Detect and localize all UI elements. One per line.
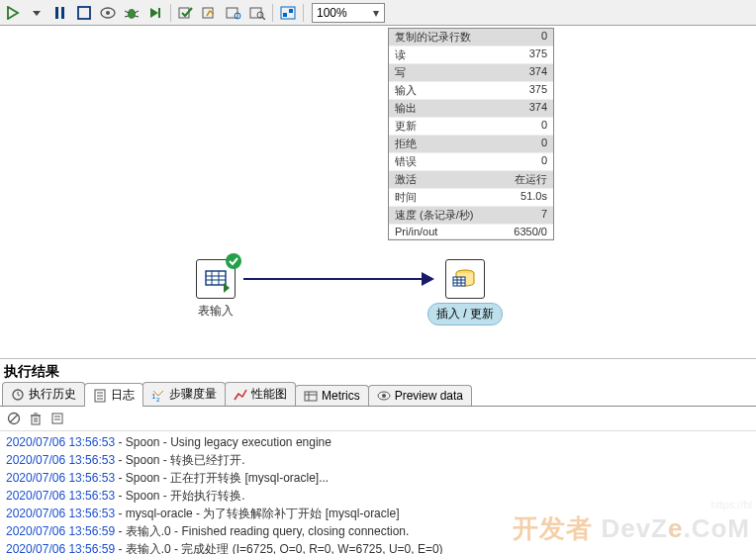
tab-label: Metrics xyxy=(322,389,360,403)
svg-point-7 xyxy=(128,9,136,19)
tab-metrics[interactable]: Metrics xyxy=(295,385,369,406)
svg-rect-22 xyxy=(283,13,287,17)
results-tabs: 执行历史 日志 12 步骤度量 性能图 Metrics Preview data xyxy=(0,383,756,407)
stats-row: 读375 xyxy=(389,46,553,64)
svg-rect-13 xyxy=(158,8,160,18)
tab-label: 步骤度量 xyxy=(169,386,217,403)
stats-key: Pri/in/out xyxy=(395,226,437,237)
log-timestamp: 2020/07/06 13:56:59 xyxy=(6,524,115,538)
zoom-input[interactable] xyxy=(313,6,368,20)
stats-row: 复制的记录行数0 xyxy=(389,29,553,46)
toolbar-separator xyxy=(170,4,171,22)
stats-key: 输入 xyxy=(395,83,417,98)
toolbar-separator xyxy=(303,4,304,22)
pause-button[interactable] xyxy=(49,2,71,24)
preview-button[interactable] xyxy=(97,2,119,24)
toolbar-separator xyxy=(272,4,273,22)
tab-history[interactable]: 执行历史 xyxy=(2,382,85,406)
results-title: 执行结果 xyxy=(0,358,756,383)
settings-icon[interactable] xyxy=(49,411,65,426)
stats-value: 7 xyxy=(541,208,547,223)
log-line: 2020/07/06 13:56:59 - 表输入.0 - 完成处理 (I=67… xyxy=(6,540,750,554)
stats-key: 复制的记录行数 xyxy=(395,30,471,45)
log-timestamp: 2020/07/06 13:56:53 xyxy=(6,471,115,485)
tab-label: 日志 xyxy=(111,387,135,404)
stats-key: 读 xyxy=(395,47,406,62)
tab-label: 性能图 xyxy=(251,386,287,403)
stats-key: 错误 xyxy=(395,154,417,169)
show-results-button[interactable] xyxy=(277,2,299,24)
perf-icon xyxy=(234,388,247,402)
chevron-down-icon[interactable]: ▾ xyxy=(368,6,384,20)
success-badge-icon xyxy=(226,253,241,269)
stop-button[interactable] xyxy=(73,2,95,24)
svg-line-10 xyxy=(125,16,129,17)
log-body[interactable]: 2020/07/06 13:56:53 - Spoon - Using lega… xyxy=(0,431,756,554)
stats-value: 0 xyxy=(541,154,547,169)
hop-arrow[interactable] xyxy=(243,278,424,280)
log-line: 2020/07/06 13:56:53 - Spoon - Using lega… xyxy=(6,433,750,451)
debug-button[interactable] xyxy=(121,2,142,24)
step-metrics-icon: 12 xyxy=(151,388,165,402)
run-dropdown[interactable] xyxy=(26,2,47,24)
stats-key: 激活 xyxy=(395,172,417,187)
log-line: 2020/07/06 13:56:53 - mysql-oracle - 为了转… xyxy=(6,505,750,522)
stats-key: 输出 xyxy=(395,101,417,116)
svg-rect-43 xyxy=(305,392,317,401)
stats-row: 拒绝0 xyxy=(389,136,553,153)
transformation-canvas[interactable]: 复制的记录行数0读375写374输入375输出374更新0拒绝0错误0激活在运行… xyxy=(0,26,756,358)
stats-value: 6350/0 xyxy=(514,226,547,237)
log-message: - Spoon - 转换已经打开. xyxy=(115,453,244,467)
log-timestamp: 2020/07/06 13:56:53 xyxy=(6,507,115,520)
svg-rect-31 xyxy=(453,277,465,286)
tab-perf[interactable]: 性能图 xyxy=(225,382,296,406)
stats-value: 0 xyxy=(541,137,547,151)
tab-label: 执行历史 xyxy=(29,386,76,403)
table-input-icon xyxy=(196,259,236,299)
tab-preview[interactable]: Preview data xyxy=(368,385,472,406)
stats-value: 在运行 xyxy=(515,172,547,187)
run-button[interactable] xyxy=(2,2,24,24)
svg-text:2: 2 xyxy=(156,397,160,402)
prohibit-icon[interactable] xyxy=(6,411,22,426)
sql-button[interactable] xyxy=(223,2,244,24)
log-message: - Spoon - 正在打开转换 [mysql-oracle]... xyxy=(115,471,329,485)
log-message: - Spoon - 开始执行转换. xyxy=(115,489,244,503)
log-message: - mysql-oracle - 为了转换解除补丁开始 [mysql-oracl… xyxy=(115,507,399,520)
stats-value: 51.0s xyxy=(520,190,547,205)
stats-key: 写 xyxy=(395,65,406,80)
log-line: 2020/07/06 13:56:53 - Spoon - 正在打开转换 [my… xyxy=(6,469,750,487)
svg-rect-18 xyxy=(250,8,261,18)
analyse-button[interactable] xyxy=(199,2,221,24)
log-line: 2020/07/06 13:56:53 - Spoon - 转换已经打开. xyxy=(6,451,750,469)
stats-value: 375 xyxy=(529,47,547,62)
stats-value: 375 xyxy=(529,83,547,98)
log-message: - Spoon - Using legacy execution engine xyxy=(115,435,331,449)
verify-button[interactable] xyxy=(175,2,197,24)
svg-rect-50 xyxy=(32,416,40,424)
stats-row: 更新0 xyxy=(389,118,553,136)
step-insert-update[interactable]: 插入 / 更新 xyxy=(427,259,503,325)
tab-log[interactable]: 日志 xyxy=(84,383,143,407)
log-timestamp: 2020/07/06 13:56:53 xyxy=(6,435,115,449)
svg-line-49 xyxy=(10,415,18,422)
history-icon xyxy=(11,388,25,402)
zoom-combo[interactable]: ▾ xyxy=(312,3,385,23)
stats-key: 速度 (条记录/秒) xyxy=(395,208,473,223)
stats-key: 更新 xyxy=(395,119,417,134)
stats-row: 时间51.0s xyxy=(389,189,553,207)
step-label: 表输入 xyxy=(196,303,236,320)
tab-step-metrics[interactable]: 12 步骤度量 xyxy=(142,382,226,406)
replay-button[interactable] xyxy=(144,2,166,24)
svg-marker-29 xyxy=(224,283,230,293)
stats-row: 输出374 xyxy=(389,100,553,118)
trash-icon[interactable] xyxy=(28,411,44,426)
step-table-input[interactable]: 表输入 xyxy=(196,259,236,320)
stats-row: 速度 (条记录/秒)7 xyxy=(389,207,553,225)
stats-key: 拒绝 xyxy=(395,137,417,151)
tab-label: Preview data xyxy=(395,389,463,403)
explore-button[interactable] xyxy=(246,2,268,24)
svg-rect-2 xyxy=(55,7,58,19)
svg-marker-1 xyxy=(33,11,41,16)
svg-line-11 xyxy=(135,16,139,17)
